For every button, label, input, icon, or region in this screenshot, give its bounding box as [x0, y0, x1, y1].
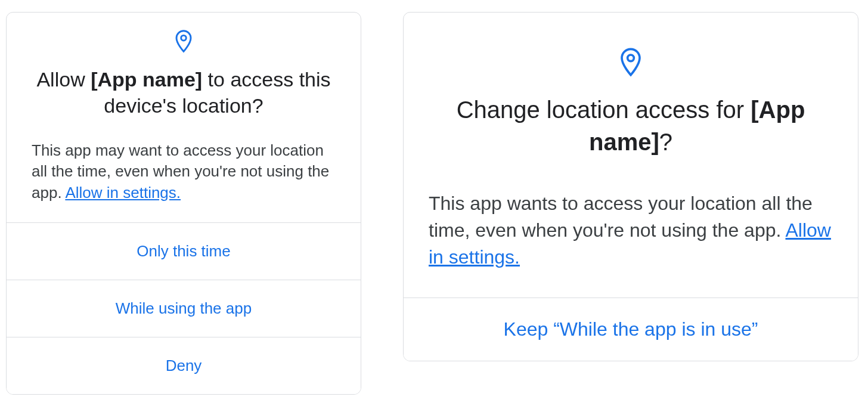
allow-in-settings-link[interactable]: Allow in settings. [65, 184, 181, 202]
app-name-placeholder: [App name] [91, 68, 202, 91]
permission-dialog-allow: Allow [App name] to access this device's… [6, 12, 361, 395]
body-text: This app wants to access your location a… [429, 193, 813, 241]
keep-while-in-use-button[interactable]: Keep “While the app is in use” [404, 298, 858, 361]
dialog-body: This app may want to access your locatio… [7, 125, 361, 222]
dialog-title: Allow [App name] to access this device's… [7, 55, 361, 119]
title-suffix: ? [659, 129, 672, 155]
deny-button[interactable]: Deny [7, 337, 361, 394]
dialog-body: This app wants to access your location a… [404, 164, 858, 298]
permission-dialog-change: Change location access for [App name]? T… [403, 12, 858, 361]
dialog-buttons: Only this time While using the app Deny [7, 222, 361, 394]
only-this-time-button[interactable]: Only this time [7, 222, 361, 280]
dialog-title: Change location access for [App name]? [404, 79, 858, 158]
location-pin-icon [174, 29, 193, 55]
svg-point-1 [628, 55, 634, 61]
title-prefix: Allow [36, 68, 91, 91]
dialog-buttons: Keep “While the app is in use” [404, 298, 858, 361]
svg-point-0 [181, 35, 187, 41]
while-using-app-button[interactable]: While using the app [7, 280, 361, 337]
location-pin-icon [619, 47, 643, 79]
dialog-header: Change location access for [App name]? [404, 13, 858, 164]
title-prefix: Change location access for [457, 97, 751, 123]
dialog-header: Allow [App name] to access this device's… [7, 13, 361, 125]
